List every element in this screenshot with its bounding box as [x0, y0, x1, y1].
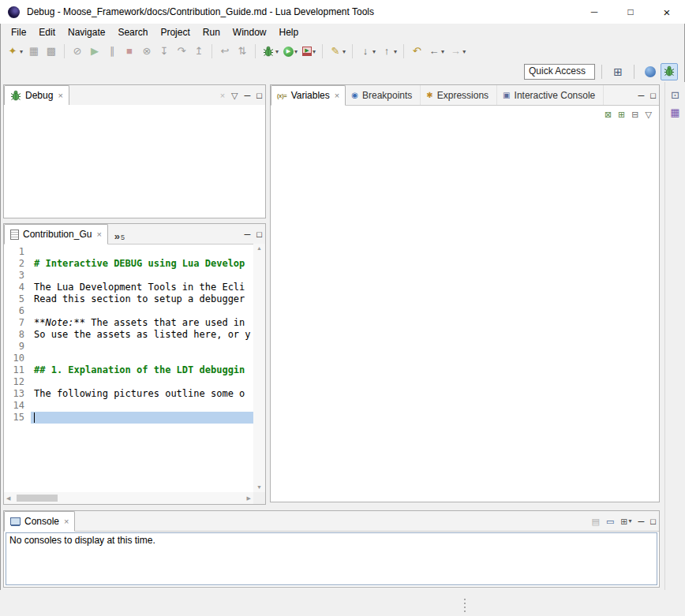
- collapse-all-button[interactable]: ⊟: [631, 109, 638, 120]
- next-annotation-button[interactable]: ↓▾: [357, 43, 377, 59]
- scroll-left-icon[interactable]: ◀: [6, 495, 10, 502]
- line-content[interactable]: # Interactive DEBUG using Lua Develop: [31, 258, 253, 270]
- close-icon[interactable]: ×: [64, 517, 69, 526]
- resume-button[interactable]: ▶: [87, 43, 103, 59]
- menu-edit[interactable]: Edit: [32, 24, 62, 40]
- maximize-button[interactable]: □: [256, 229, 262, 240]
- editor-tab-overflow[interactable]: »5: [108, 224, 128, 244]
- line-content[interactable]: [31, 400, 253, 412]
- dropdown-arrow-icon[interactable]: ▾: [294, 48, 298, 55]
- step-over-button[interactable]: ↷: [174, 43, 189, 59]
- display-selected-console-button[interactable]: ▭: [606, 516, 614, 527]
- close-icon[interactable]: ×: [58, 91, 62, 100]
- variables-tree[interactable]: [271, 124, 659, 502]
- scroll-up-icon[interactable]: ▲: [256, 245, 262, 252]
- show-type-names-button[interactable]: ⊠: [605, 109, 612, 120]
- open-console-page-button[interactable]: ▤: [592, 516, 600, 527]
- scroll-down-icon[interactable]: ▼: [256, 484, 262, 491]
- maximize-button[interactable]: □: [256, 90, 262, 101]
- sash-handle[interactable]: [464, 597, 466, 613]
- dropdown-arrow-icon[interactable]: ▾: [372, 48, 376, 55]
- minimize-button[interactable]: ─: [638, 90, 645, 101]
- remove-terminated-button[interactable]: ×: [220, 90, 225, 101]
- menu-project[interactable]: Project: [154, 24, 196, 40]
- line-content[interactable]: [31, 376, 253, 388]
- save-all-button[interactable]: ▩: [43, 43, 59, 59]
- maximize-window-button[interactable]: □: [612, 0, 649, 24]
- line-content[interactable]: [31, 412, 253, 424]
- tab-breakpoints[interactable]: ◉Breakpoints: [346, 85, 421, 105]
- open-perspective-button[interactable]: ⊞: [609, 63, 627, 80]
- save-button[interactable]: ▦: [26, 43, 42, 59]
- drop-to-frame-button[interactable]: ↩: [217, 43, 233, 59]
- use-step-filters-button[interactable]: ⇅: [234, 43, 250, 59]
- line-content[interactable]: [31, 270, 253, 282]
- menu-navigate[interactable]: Navigate: [62, 24, 111, 40]
- tab-variables[interactable]: (x)=Variables×: [271, 85, 346, 106]
- close-icon[interactable]: ×: [335, 91, 339, 100]
- menu-help[interactable]: Help: [273, 24, 305, 40]
- line-content[interactable]: [31, 353, 253, 364]
- step-into-button[interactable]: ↧: [156, 43, 172, 59]
- minimize-button[interactable]: ─: [638, 516, 645, 527]
- show-logical-structure-button[interactable]: ⊞: [618, 109, 625, 120]
- terminate-button[interactable]: ■: [122, 43, 137, 59]
- tab-debug[interactable]: Debug ×: [4, 85, 69, 106]
- disconnect-button[interactable]: ⊗: [139, 43, 155, 59]
- line-content[interactable]: So use the assets as listed here, or y: [31, 329, 253, 341]
- forward-button[interactable]: →▾: [447, 43, 467, 59]
- dropdown-arrow-icon[interactable]: ▾: [342, 48, 346, 55]
- vertical-scrollbar[interactable]: ▲ ▼: [253, 244, 265, 492]
- menu-run[interactable]: Run: [197, 24, 226, 40]
- tab-contribution-guide[interactable]: Contribution_Gu ×: [4, 224, 108, 245]
- line-content[interactable]: The Lua Development Tools in the Ecli: [31, 282, 253, 293]
- back-button[interactable]: ←▾: [426, 43, 446, 59]
- run-button[interactable]: ▶▾: [282, 45, 299, 58]
- maximize-button[interactable]: □: [650, 90, 656, 101]
- dropdown-arrow-icon[interactable]: ▾: [275, 48, 279, 55]
- line-content[interactable]: [31, 246, 253, 258]
- line-content[interactable]: Read this section to setup a debugger: [31, 293, 253, 305]
- skip-breakpoints-button[interactable]: ⊘: [69, 43, 85, 59]
- tab-expressions[interactable]: ✱Expressions: [421, 85, 497, 105]
- dropdown-arrow-icon[interactable]: ▾: [394, 48, 397, 55]
- suspend-button[interactable]: ∥: [104, 43, 120, 59]
- line-content[interactable]: **Note:** The assets that are used in: [31, 317, 253, 329]
- editor-text-area[interactable]: 12# Interactive DEBUG using Lua Develop3…: [4, 244, 253, 492]
- step-return-button[interactable]: ↥: [191, 43, 207, 59]
- new-wizard-button[interactable]: ✦▾: [5, 43, 24, 59]
- line-content[interactable]: [31, 341, 253, 353]
- ldt-perspective-button[interactable]: [642, 63, 659, 80]
- debug-tree[interactable]: [4, 105, 265, 218]
- quick-access-box[interactable]: Quick Access: [524, 64, 595, 80]
- tab-interactive-console[interactable]: ▣Interactive Console: [497, 85, 604, 105]
- menu-search[interactable]: Search: [111, 24, 154, 40]
- close-icon[interactable]: ×: [96, 230, 101, 239]
- minimize-window-button[interactable]: ─: [576, 0, 612, 24]
- scrollbar-thumb[interactable]: [17, 495, 58, 502]
- line-content[interactable]: The following pictures outline some o: [31, 388, 253, 400]
- menu-file[interactable]: File: [5, 24, 32, 40]
- line-content[interactable]: [31, 305, 253, 317]
- dropdown-arrow-icon[interactable]: ▾: [313, 48, 316, 55]
- titlebar[interactable]: Debug - Moose_Framework/docs/Contributio…: [0, 0, 685, 24]
- menu-window[interactable]: Window: [226, 24, 273, 40]
- minimize-button[interactable]: ─: [245, 229, 251, 240]
- view-menu-button[interactable]: ▽: [231, 90, 238, 101]
- debug-button[interactable]: ▾: [260, 43, 280, 59]
- last-edit-location-button[interactable]: ↶: [409, 43, 425, 59]
- maximize-button[interactable]: □: [650, 516, 656, 527]
- debug-perspective-button[interactable]: [661, 63, 678, 80]
- external-tools-button[interactable]: ▶▾: [301, 45, 317, 58]
- previous-annotation-button[interactable]: ↑▾: [379, 43, 399, 59]
- line-content[interactable]: ## 1. Explanation of the LDT debuggin: [31, 364, 253, 376]
- outline-view-button[interactable]: ▦: [670, 107, 679, 118]
- console-viewer[interactable]: No consoles to display at this time.: [6, 532, 657, 585]
- minimize-button[interactable]: ─: [245, 90, 251, 101]
- close-window-button[interactable]: ×: [649, 0, 685, 24]
- scroll-right-icon[interactable]: ▶: [247, 495, 251, 502]
- dropdown-arrow-icon[interactable]: ▾: [441, 48, 444, 55]
- view-menu-button[interactable]: ▽: [646, 109, 652, 120]
- mark-occurrences-button[interactable]: ✎▾: [328, 43, 347, 59]
- restore-view-button[interactable]: ⊡: [671, 90, 679, 101]
